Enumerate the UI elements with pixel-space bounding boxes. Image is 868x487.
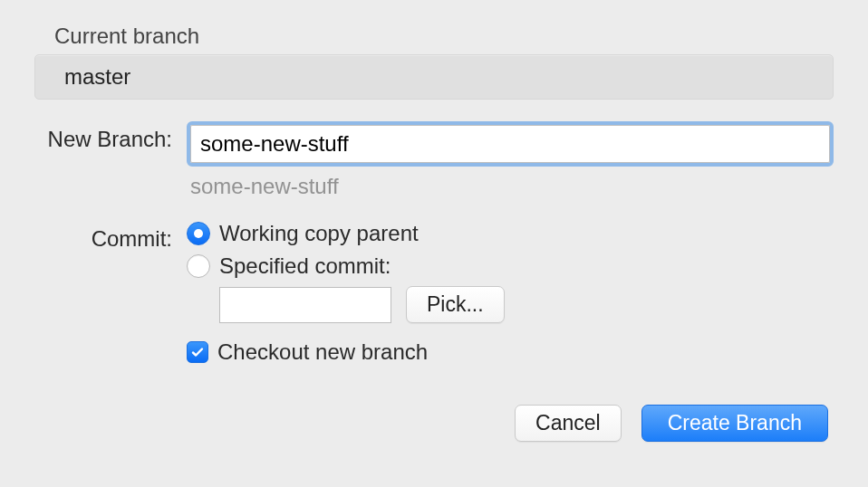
new-branch-input[interactable] xyxy=(190,125,830,163)
checkout-new-branch-checkbox[interactable] xyxy=(187,341,208,363)
check-icon xyxy=(190,345,205,359)
action-bar: Cancel Create Branch xyxy=(34,405,834,442)
radio-working-copy[interactable] xyxy=(187,222,210,245)
radio-working-copy-label: Working copy parent xyxy=(219,221,419,246)
radio-specified-commit[interactable] xyxy=(187,254,210,278)
new-branch-focus-ring xyxy=(187,121,834,167)
pick-commit-button[interactable]: Pick... xyxy=(406,286,505,323)
create-branch-dialog: Current branch master New Branch: some-n… xyxy=(0,0,868,469)
current-branch-label: Current branch xyxy=(54,24,834,49)
radio-specified-commit-label: Specified commit: xyxy=(219,253,391,279)
cancel-button[interactable]: Cancel xyxy=(515,405,622,442)
current-branch-field: master xyxy=(34,54,834,100)
commit-label: Commit: xyxy=(34,221,187,252)
current-branch-value: master xyxy=(64,64,130,89)
create-branch-button[interactable]: Create Branch xyxy=(641,405,828,442)
checkout-new-branch-label: Checkout new branch xyxy=(217,339,428,365)
new-branch-label: New Branch: xyxy=(34,121,187,152)
specified-commit-input[interactable] xyxy=(219,287,391,323)
new-branch-hint: some-new-stuff xyxy=(190,174,834,199)
